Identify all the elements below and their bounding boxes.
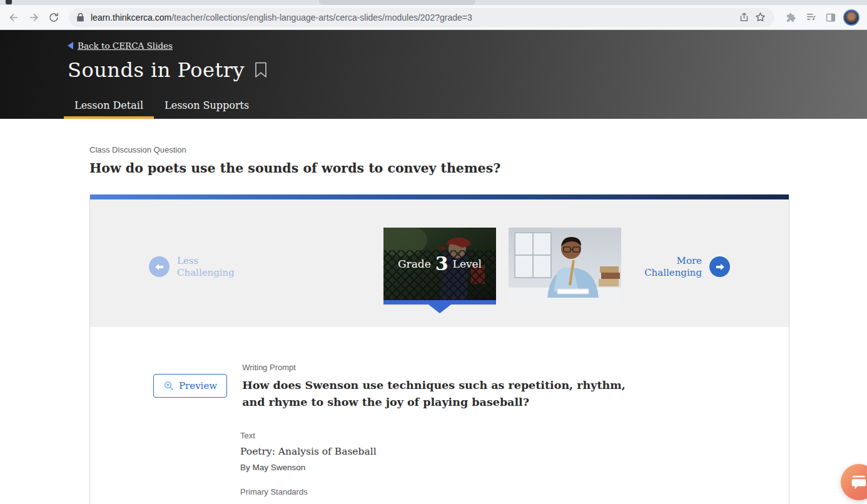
arrow-right-icon [714,261,726,273]
refresh-button[interactable] [45,9,63,26]
zoom-in-icon [163,380,175,391]
tab-lesson-detail[interactable]: Lesson Detail [64,99,154,119]
forward-arrow-icon [28,11,40,24]
writing-prompt-question: How does Swenson use techniques such as … [242,377,652,411]
tab-lesson-supports[interactable]: Lesson Supports [154,99,260,119]
star-icon [754,11,766,23]
writing-prompt-label: Writing Prompt [242,363,652,372]
arrow-left-icon [154,261,165,273]
bookmark-icon[interactable] [255,62,267,78]
back-button[interactable] [5,9,23,26]
lesson-detail-content: Class Discussion Question How do poets u… [0,119,867,504]
url-path: /teacher/collections/english-language-ar… [171,13,472,23]
back-triangle-icon [68,42,73,49]
preview-button-label: Preview [179,380,217,391]
card-accent-bar [90,194,789,199]
primary-standards-label: Primary Standards [240,487,789,496]
extensions-button[interactable] [783,10,798,25]
discussion-question-label: Class Discussion Question [89,145,867,154]
text-section: Text Poetry: Analysis of Baseball By May… [240,431,789,472]
text-author: By May Swenson [240,463,789,472]
grade-3-photo: Grade 3 Level [383,228,496,300]
selected-indicator-triangle [428,305,451,313]
left-arrow-circle [149,256,170,277]
back-to-cerca-slides-link[interactable]: Back to CERCA Slides [68,30,173,51]
browser-window: learn.thinkcerca.com/teacher/collections… [0,0,867,504]
adjacent-grade-tile[interactable] [509,228,621,303]
page-title: Sounds in Poetry [68,58,245,82]
refresh-icon [48,12,59,23]
text-label: Text [240,431,789,440]
more-challenging-label: MoreChallenging [644,255,702,279]
url-domain: learn.thinkcerca.com [91,13,171,23]
browser-toolbar: learn.thinkcerca.com/teacher/collections… [0,5,867,30]
back-link-label: Back to CERCA Slides [78,41,173,51]
less-challenging-button[interactable]: LessChallenging [149,255,235,279]
chrome-right-controls [781,9,862,26]
profile-avatar[interactable] [843,9,859,26]
lesson-card: LessChallenging [89,194,789,504]
lock-icon [76,13,84,22]
chat-bubble-icon [849,473,867,491]
side-panel-icon [825,12,836,23]
standards-section: Primary Standards CCSS.RL.3.4, CCSS.W.3.… [240,487,789,504]
media-list-icon [805,11,817,23]
reading-list-button[interactable] [803,10,818,25]
share-icon [739,12,749,23]
share-button[interactable] [736,9,752,26]
tab-edge [319,0,475,5]
studying-photo [509,228,621,303]
bookmark-page-button[interactable] [752,9,768,26]
grade-level-selector: LessChallenging [90,199,789,327]
url-text: learn.thinkcerca.com/teacher/collections… [91,13,472,23]
lesson-tabs: Lesson Detail Lesson Supports [64,99,260,119]
lesson-header: Back to CERCA Slides Sounds in Poetry Le… [0,30,867,119]
forward-button[interactable] [25,9,43,26]
url-bar[interactable]: learn.thinkcerca.com/teacher/collections… [69,8,774,27]
back-arrow-icon [8,11,20,24]
right-arrow-circle [709,256,730,277]
preview-button[interactable]: Preview [153,374,227,398]
more-challenging-button[interactable]: MoreChallenging [644,255,730,279]
tab-favicon [6,0,12,4]
text-title: Poetry: Analysis of Baseball [240,446,789,457]
card-body: Preview Writing Prompt How does Swenson … [90,327,789,504]
discussion-question-text: How do poets use the sounds of words to … [89,161,867,176]
puzzle-icon [785,12,796,23]
selected-indicator-bar [383,300,496,305]
side-panel-button[interactable] [823,10,838,25]
less-challenging-label: LessChallenging [177,255,235,279]
grade-level-caption: Grade 3 Level [383,228,496,300]
studying-photo-illustration [509,228,621,303]
grade-3-tile[interactable]: Grade 3 Level [383,228,496,313]
browser-tabstrip [0,0,867,5]
